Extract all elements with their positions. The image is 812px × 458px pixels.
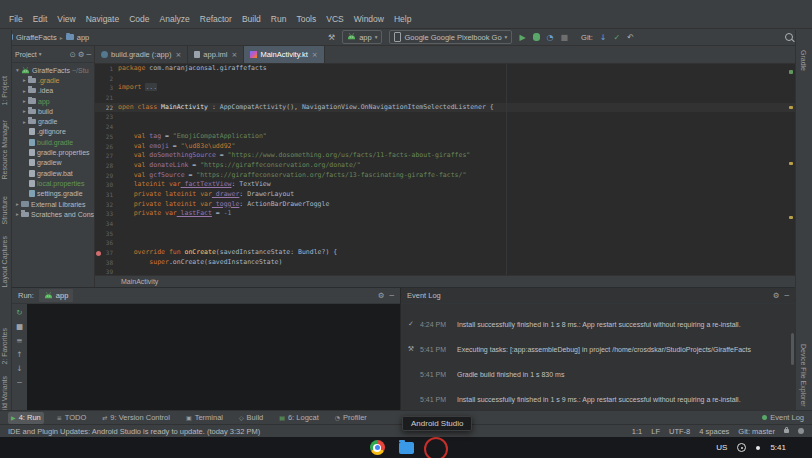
tree-item-.gitignore[interactable]: .gitignore bbox=[12, 127, 94, 137]
android-studio-taskbar-item[interactable] bbox=[428, 440, 443, 455]
build-hammer-icon[interactable]: ⚒ bbox=[328, 33, 335, 42]
tree-item-Scratches and Consoles[interactable]: ▸Scratches and Consoles bbox=[12, 209, 94, 219]
clock[interactable]: 5:41 bbox=[770, 443, 786, 452]
git-rollback-button[interactable]: ↶ bbox=[627, 33, 634, 42]
git-branch[interactable]: Git: master bbox=[738, 427, 775, 436]
tree-item-app[interactable]: ▸app bbox=[12, 96, 94, 106]
tree-item-gradlew.bat[interactable]: gradlew.bat bbox=[12, 168, 94, 178]
tool-window-button-Terminal[interactable]: ▣Terminal bbox=[183, 412, 226, 424]
tree-item-build.gradle[interactable]: build.gradle bbox=[12, 137, 94, 147]
chrome-icon[interactable] bbox=[370, 440, 385, 455]
locate-target-icon[interactable]: ⊙ bbox=[69, 50, 75, 59]
editor-tab-build.gradle (:app)[interactable]: build.gradle (:app)× bbox=[95, 46, 188, 63]
tree-item-local.properties[interactable]: local.properties bbox=[12, 178, 94, 188]
menu-item-refactor[interactable]: Refactor bbox=[195, 12, 237, 28]
run-tool-minimize-icon[interactable]: ─ bbox=[17, 379, 22, 387]
search-icon[interactable] bbox=[785, 33, 793, 41]
tool-stripe-button-Layout Captures[interactable]: Layout Captures bbox=[1, 236, 8, 287]
run-tab-app[interactable]: app bbox=[39, 289, 74, 302]
breadcrumb-item-GiraffeFacts[interactable]: GiraffeFacts bbox=[5, 33, 57, 42]
tree-item-GiraffeFacts[interactable]: ▾GiraffeFacts~/Stu bbox=[12, 65, 94, 75]
close-icon[interactable]: × bbox=[312, 51, 318, 59]
menu-item-navigate[interactable]: Navigate bbox=[81, 12, 125, 28]
tree-item-External Libraries[interactable]: ▸External Libraries bbox=[12, 199, 94, 209]
tree-item-build[interactable]: ▸build bbox=[12, 106, 94, 116]
run-button[interactable]: ▶ bbox=[519, 33, 525, 42]
files-app-icon[interactable] bbox=[399, 442, 414, 454]
project-panel-title[interactable]: Project bbox=[15, 51, 37, 58]
menu-item-code[interactable]: Code bbox=[124, 12, 154, 28]
file-encoding[interactable]: UTF-8 bbox=[669, 427, 690, 436]
hide-panel-icon[interactable]: ─ bbox=[86, 50, 91, 59]
gutter-marker-icon[interactable] bbox=[96, 251, 101, 256]
tool-window-button-9: Version Control[interactable]: ⇄9: Version Control bbox=[99, 412, 173, 424]
lock-icon[interactable] bbox=[784, 429, 789, 433]
warning-stripe-mark[interactable] bbox=[789, 162, 793, 165]
warning-stripe-mark[interactable] bbox=[789, 216, 793, 219]
menu-item-view[interactable]: View bbox=[52, 12, 80, 28]
menu-item-window[interactable]: Window bbox=[349, 12, 389, 28]
keyboard-layout-indicator[interactable]: US bbox=[716, 443, 727, 452]
close-icon[interactable]: × bbox=[232, 51, 238, 59]
tool-window-button-4: Run[interactable]: ▶4: Run bbox=[8, 412, 44, 424]
event-log-entries[interactable]: ✓4:24 PMInstall successfully finished in… bbox=[401, 304, 789, 408]
indent-setting[interactable]: 4 spaces bbox=[699, 427, 729, 436]
warning-stripe-mark[interactable] bbox=[789, 106, 793, 109]
reader-mode-icon[interactable] bbox=[798, 428, 804, 434]
tool-window-button-Build[interactable]: ◇Build bbox=[236, 412, 266, 424]
stop-button[interactable]: ■ bbox=[561, 33, 569, 42]
tool-stripe-button-Gradle[interactable]: Gradle bbox=[800, 50, 807, 71]
editor-tab-app.iml[interactable]: app.iml× bbox=[188, 46, 244, 63]
inspection-status-icon[interactable] bbox=[789, 70, 793, 74]
tool-stripe-button-Device File Explorer[interactable]: Device File Explorer bbox=[800, 344, 807, 407]
run-tool-rerun-icon[interactable]: ↻ bbox=[16, 309, 22, 317]
scrollbar-thumb[interactable] bbox=[791, 333, 794, 365]
gear-icon[interactable]: ⚙ bbox=[773, 291, 780, 300]
menu-item-vcs[interactable]: VCS bbox=[321, 12, 348, 28]
menu-item-analyze[interactable]: Analyze bbox=[155, 12, 195, 28]
editor-breadcrumb-item[interactable]: MainActivity bbox=[121, 278, 158, 285]
tree-item-.gradle[interactable]: ▸.gradle bbox=[12, 75, 94, 85]
event-log-button[interactable]: Event Log bbox=[762, 413, 804, 422]
line-ending[interactable]: LF bbox=[651, 427, 660, 436]
caret-position[interactable]: 1:1 bbox=[632, 427, 642, 436]
profile-button[interactable]: ◔ bbox=[547, 33, 554, 42]
run-tool-list-icon[interactable]: ≡ bbox=[16, 337, 22, 345]
hide-panel-icon[interactable]: ─ bbox=[784, 291, 789, 300]
menu-item-edit[interactable]: Edit bbox=[28, 12, 53, 28]
device-selector[interactable]: Google Google Pixelbook Go ▾ bbox=[389, 30, 512, 44]
tool-stripe-button-1: Project[interactable]: 1: Project bbox=[1, 76, 8, 106]
status-message[interactable]: IDE and Plugin Updates: Android Studio i… bbox=[8, 427, 260, 436]
run-tool-scroll_up-icon[interactable]: ↑ bbox=[16, 351, 22, 359]
menu-item-run[interactable]: Run bbox=[266, 12, 292, 28]
tree-item-gradlew[interactable]: gradlew bbox=[12, 158, 94, 168]
git-commit-button[interactable]: ✓ bbox=[613, 33, 620, 42]
tool-stripe-button-Structure[interactable]: Structure bbox=[1, 196, 8, 224]
editor-tab-MainActivity.kt[interactable]: MainActivity.kt× bbox=[244, 46, 324, 63]
tree-item-gradle[interactable]: ▸gradle bbox=[12, 116, 94, 126]
run-configuration-selector[interactable]: app ▾ bbox=[342, 30, 382, 44]
tool-stripe-button-Resource Manager[interactable]: Resource Manager bbox=[1, 120, 8, 180]
tool-window-button-6: Logcat[interactable]: ▤6: Logcat bbox=[276, 412, 322, 424]
run-console-output[interactable] bbox=[27, 304, 400, 410]
tree-item-gradle.properties[interactable]: gradle.properties bbox=[12, 147, 94, 157]
notification-indicator-icon[interactable] bbox=[737, 443, 746, 452]
menu-item-tools[interactable]: Tools bbox=[291, 12, 321, 28]
tree-item-settings.gradle[interactable]: settings.gradle bbox=[12, 189, 94, 199]
breadcrumb-item-app[interactable]: app bbox=[66, 33, 90, 42]
tool-window-button-Profiler[interactable]: ◔Profiler bbox=[332, 412, 370, 424]
run-tool-scroll_down-icon[interactable]: ↓ bbox=[16, 365, 22, 373]
tool-stripe-button-2: Favorites[interactable]: 2: Favorites bbox=[1, 328, 8, 365]
git-update-button[interactable]: ↓ bbox=[600, 33, 607, 42]
tool-window-button-TODO[interactable]: ≡TODO bbox=[54, 412, 90, 424]
menu-item-build[interactable]: Build bbox=[237, 12, 266, 28]
debug-button[interactable] bbox=[533, 33, 540, 41]
close-icon[interactable]: × bbox=[175, 51, 181, 59]
menu-item-help[interactable]: Help bbox=[389, 12, 416, 28]
menu-item-file[interactable]: File bbox=[4, 12, 28, 28]
hide-panel-icon[interactable]: ─ bbox=[389, 291, 394, 300]
gear-icon[interactable]: ⚙ bbox=[78, 50, 85, 59]
run-tool-stop-icon[interactable]: ■ bbox=[16, 323, 23, 331]
code-editor[interactable]: 1package com.naranjaconsal.giraffefacts2… bbox=[95, 64, 795, 275]
tree-item-.idea[interactable]: ▸.idea bbox=[12, 86, 94, 96]
